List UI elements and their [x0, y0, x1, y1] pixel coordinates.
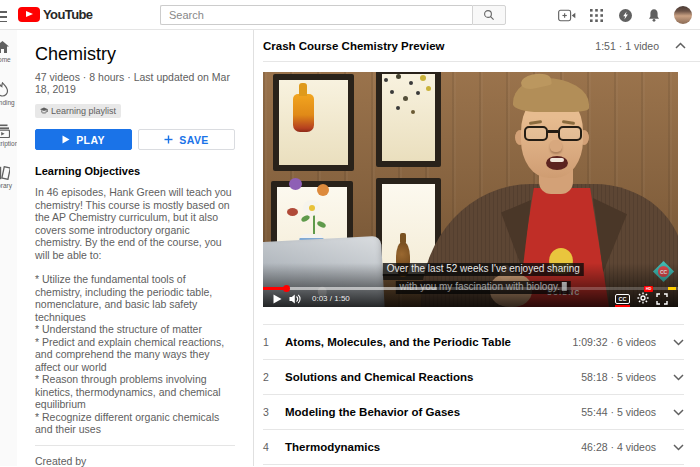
graduation-cap-icon [40, 107, 48, 115]
search-bar [160, 5, 506, 25]
learning-playlist-badge: Learning playlist [35, 104, 121, 118]
time-display: 0:03 / 1:50 [312, 294, 350, 303]
messages-icon [618, 8, 633, 23]
youtube-play-icon [18, 7, 40, 22]
chevron-down-icon[interactable] [673, 339, 684, 346]
created-by-label: Created by [35, 455, 235, 467]
host-mouth [546, 156, 568, 170]
trending-flame-icon [0, 82, 9, 97]
hamburger-icon [0, 11, 8, 22]
plus-icon [164, 135, 173, 144]
orange-bottle [293, 94, 314, 132]
section-meta: 1:09:32 · 6 videos [573, 336, 656, 348]
notifications-button[interactable] [645, 6, 663, 24]
description-bullet: * Understand the structure of matter [35, 323, 235, 336]
host-nose [550, 140, 562, 152]
home-icon [0, 40, 10, 54]
play-button[interactable]: PLAY [35, 129, 132, 150]
section-meta: 46:28 · 4 videos [581, 441, 656, 453]
preview-meta: 1:51 · 1 video [595, 40, 659, 52]
section-title: Atoms, Molecules, and the Periodic Table [285, 336, 573, 348]
gear-icon [637, 292, 649, 304]
section-title: Modeling the Behavior of Gases [285, 406, 581, 418]
settings-button[interactable]: HD [637, 290, 649, 308]
apps-grid-icon [590, 9, 603, 22]
preview-section-header[interactable]: Crash Course Chemistry Preview 1:51 · 1 … [263, 30, 700, 62]
mini-guide: Home Trending Subscriptions [0, 30, 17, 466]
section-title: Thermodynamics [285, 441, 581, 453]
top-bar: YouTube [0, 0, 700, 30]
sidebar-item-home[interactable]: Home [0, 40, 17, 63]
library-icon [0, 166, 10, 180]
preview-title: Crash Course Chemistry Preview [263, 40, 595, 52]
section-meta: 58:18 · 5 videos [581, 371, 656, 383]
description-bullet: * Reason through problems involving kine… [35, 373, 235, 411]
section-row[interactable]: 2 Solutions and Chemical Reactions 58:18… [263, 360, 684, 395]
search-icon [483, 9, 495, 21]
playlist-title: Chemistry [35, 44, 235, 65]
course-section-list: 1 Atoms, Molecules, and the Periodic Tab… [263, 324, 684, 465]
youtube-logo-text: YouTube [43, 7, 92, 22]
sidebar-item-library[interactable]: Library [0, 166, 17, 189]
objectives-heading: Learning Objectives [35, 165, 235, 177]
hd-badge: HD [644, 286, 653, 292]
menu-button[interactable] [0, 8, 8, 22]
play-icon [62, 135, 70, 144]
subscriptions-icon [0, 124, 10, 138]
messages-button[interactable] [616, 6, 634, 24]
playlist-meta: 47 videos · 8 hours · Last updated on Ma… [35, 71, 235, 95]
volume-icon[interactable] [289, 294, 302, 304]
chevron-down-icon[interactable] [673, 444, 684, 451]
bell-icon [647, 8, 661, 23]
playlist-panel: Chemistry 47 videos · 8 hours · Last upd… [17, 30, 254, 466]
description-bullet: * Recognize different organic chemicals … [35, 411, 235, 436]
chevron-up-icon[interactable] [675, 42, 686, 49]
apps-button[interactable] [587, 6, 605, 24]
search-input[interactable] [160, 5, 472, 25]
flower-bouquet [287, 178, 343, 240]
topbar-actions [558, 0, 692, 30]
section-meta: 55:44 · 5 videos [581, 406, 656, 418]
captions-button[interactable]: CC [615, 294, 630, 304]
description-intro: In 46 episodes, Hank Green will teach yo… [35, 186, 235, 261]
sidebar-item-subscriptions[interactable]: Subscriptions [0, 124, 17, 147]
description-bullet: * Predict and explain chemical reactions… [35, 336, 235, 374]
chevron-down-icon[interactable] [673, 409, 684, 416]
player-play-button[interactable] [273, 294, 282, 304]
main-content: Crash Course Chemistry Preview 1:51 · 1 … [254, 30, 700, 466]
section-row[interactable]: 1 Atoms, Molecules, and the Periodic Tab… [263, 325, 684, 360]
molecule-model [376, 72, 442, 132]
youtube-logo[interactable]: YouTube [18, 7, 92, 22]
host-hair [513, 78, 589, 112]
create-video-button[interactable] [558, 6, 576, 24]
section-row[interactable]: 3 Modeling the Behavior of Gases 55:44 ·… [263, 395, 684, 430]
description-bullet: * Utilize the fundamental tools of chemi… [35, 273, 235, 323]
sidebar-item-trending[interactable]: Trending [0, 82, 17, 106]
search-button[interactable] [472, 5, 506, 25]
playlist-description: In 46 episodes, Hank Green will teach yo… [35, 186, 235, 436]
fullscreen-button[interactable] [656, 293, 668, 305]
account-avatar[interactable] [674, 6, 692, 24]
section-row[interactable]: 4 Thermodynamics 46:28 · 4 videos [263, 430, 684, 465]
create-video-icon [558, 9, 576, 22]
save-button[interactable]: SAVE [138, 129, 235, 150]
player-controls: 0:03 / 1:50 CC HD [263, 290, 678, 307]
divider [35, 445, 235, 446]
youtube-playlist-page: YouTube [0, 0, 700, 467]
chevron-down-icon[interactable] [673, 374, 684, 381]
section-title: Solutions and Chemical Reactions [285, 371, 581, 383]
video-player[interactable]: SCIENC [263, 72, 678, 307]
